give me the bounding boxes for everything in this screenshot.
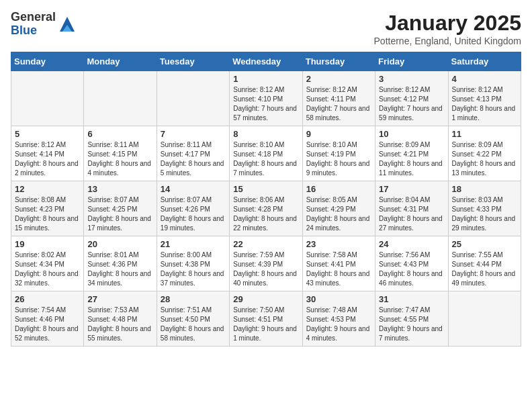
day-number: 25 bbox=[452, 239, 517, 249]
calendar-day-cell: 15Sunrise: 8:06 AM Sunset: 4:28 PM Dayli… bbox=[230, 181, 302, 236]
calendar-day-cell: 2Sunrise: 8:12 AM Sunset: 4:11 PM Daylig… bbox=[302, 71, 375, 126]
day-info: Sunrise: 7:56 AM Sunset: 4:43 PM Dayligh… bbox=[379, 250, 444, 288]
weekday-header: Friday bbox=[375, 52, 448, 71]
weekday-header: Sunday bbox=[11, 52, 84, 71]
day-number: 2 bbox=[306, 74, 371, 84]
day-number: 22 bbox=[233, 239, 298, 249]
day-number: 15 bbox=[233, 184, 298, 194]
calendar-day-cell: 26Sunrise: 7:54 AM Sunset: 4:46 PM Dayli… bbox=[11, 291, 84, 347]
calendar-day-cell: 7Sunrise: 8:11 AM Sunset: 4:17 PM Daylig… bbox=[157, 126, 229, 181]
day-info: Sunrise: 7:47 AM Sunset: 4:55 PM Dayligh… bbox=[379, 306, 444, 343]
day-info: Sunrise: 8:12 AM Sunset: 4:11 PM Dayligh… bbox=[306, 85, 371, 123]
calendar-day-cell bbox=[11, 71, 84, 126]
day-info: Sunrise: 7:55 AM Sunset: 4:44 PM Dayligh… bbox=[452, 250, 517, 288]
calendar-day-cell: 13Sunrise: 8:07 AM Sunset: 4:25 PM Dayli… bbox=[84, 181, 157, 236]
day-info: Sunrise: 8:05 AM Sunset: 4:29 PM Dayligh… bbox=[306, 195, 371, 233]
title-block: January 2025 Potterne, England, United K… bbox=[374, 11, 521, 46]
day-info: Sunrise: 8:02 AM Sunset: 4:34 PM Dayligh… bbox=[15, 250, 80, 288]
day-number: 30 bbox=[306, 294, 371, 304]
day-info: Sunrise: 7:54 AM Sunset: 4:46 PM Dayligh… bbox=[15, 306, 80, 343]
day-info: Sunrise: 8:10 AM Sunset: 4:19 PM Dayligh… bbox=[306, 140, 371, 178]
calendar-day-cell: 14Sunrise: 8:07 AM Sunset: 4:26 PM Dayli… bbox=[157, 181, 229, 236]
page-header: General Blue January 2025 Potterne, Engl… bbox=[11, 11, 521, 46]
calendar-day-cell: 1Sunrise: 8:12 AM Sunset: 4:10 PM Daylig… bbox=[230, 71, 302, 126]
calendar-day-cell: 27Sunrise: 7:53 AM Sunset: 4:48 PM Dayli… bbox=[84, 291, 157, 347]
weekday-header: Thursday bbox=[302, 52, 375, 71]
day-info: Sunrise: 8:03 AM Sunset: 4:33 PM Dayligh… bbox=[452, 195, 517, 233]
calendar-day-cell: 29Sunrise: 7:50 AM Sunset: 4:51 PM Dayli… bbox=[230, 291, 302, 347]
calendar-day-cell: 21Sunrise: 8:00 AM Sunset: 4:38 PM Dayli… bbox=[157, 236, 229, 291]
weekday-header: Tuesday bbox=[157, 52, 229, 71]
day-number: 31 bbox=[379, 294, 444, 304]
weekday-header: Monday bbox=[84, 52, 157, 71]
day-number: 24 bbox=[379, 239, 444, 249]
calendar-day-cell: 12Sunrise: 8:08 AM Sunset: 4:23 PM Dayli… bbox=[11, 181, 84, 236]
day-info: Sunrise: 7:48 AM Sunset: 4:53 PM Dayligh… bbox=[306, 306, 371, 343]
day-number: 12 bbox=[15, 184, 80, 194]
day-info: Sunrise: 8:12 AM Sunset: 4:14 PM Dayligh… bbox=[15, 140, 80, 178]
calendar-day-cell: 31Sunrise: 7:47 AM Sunset: 4:55 PM Dayli… bbox=[375, 291, 448, 347]
calendar-day-cell: 6Sunrise: 8:11 AM Sunset: 4:15 PM Daylig… bbox=[84, 126, 157, 181]
day-info: Sunrise: 8:09 AM Sunset: 4:22 PM Dayligh… bbox=[452, 140, 517, 178]
calendar-day-cell: 8Sunrise: 8:10 AM Sunset: 4:18 PM Daylig… bbox=[230, 126, 302, 181]
day-info: Sunrise: 8:12 AM Sunset: 4:12 PM Dayligh… bbox=[379, 85, 444, 123]
day-number: 13 bbox=[87, 184, 152, 194]
calendar-day-cell: 10Sunrise: 8:09 AM Sunset: 4:21 PM Dayli… bbox=[375, 126, 448, 181]
day-number: 27 bbox=[87, 294, 152, 304]
calendar-day-cell bbox=[84, 71, 157, 126]
calendar-day-cell: 19Sunrise: 8:02 AM Sunset: 4:34 PM Dayli… bbox=[11, 236, 84, 291]
day-number: 1 bbox=[233, 74, 298, 84]
day-number: 6 bbox=[87, 129, 152, 139]
day-number: 29 bbox=[233, 294, 298, 304]
day-info: Sunrise: 7:51 AM Sunset: 4:50 PM Dayligh… bbox=[161, 306, 226, 343]
day-number: 8 bbox=[233, 129, 298, 139]
day-number: 10 bbox=[379, 129, 444, 139]
day-info: Sunrise: 8:08 AM Sunset: 4:23 PM Dayligh… bbox=[15, 195, 80, 233]
day-number: 26 bbox=[15, 294, 80, 304]
day-number: 4 bbox=[452, 74, 517, 84]
logo-icon bbox=[57, 14, 77, 34]
day-number: 5 bbox=[15, 129, 80, 139]
day-info: Sunrise: 8:09 AM Sunset: 4:21 PM Dayligh… bbox=[379, 140, 444, 178]
logo-general: General bbox=[11, 10, 56, 24]
weekday-header: Saturday bbox=[448, 52, 521, 71]
day-info: Sunrise: 8:12 AM Sunset: 4:13 PM Dayligh… bbox=[452, 85, 517, 123]
calendar-day-cell: 24Sunrise: 7:56 AM Sunset: 4:43 PM Dayli… bbox=[375, 236, 448, 291]
calendar-day-cell: 23Sunrise: 7:58 AM Sunset: 4:41 PM Dayli… bbox=[302, 236, 375, 291]
day-number: 14 bbox=[161, 184, 226, 194]
day-number: 3 bbox=[379, 74, 444, 84]
day-number: 9 bbox=[306, 129, 371, 139]
day-info: Sunrise: 7:58 AM Sunset: 4:41 PM Dayligh… bbox=[306, 250, 371, 288]
calendar-week-row: 26Sunrise: 7:54 AM Sunset: 4:46 PM Dayli… bbox=[11, 291, 521, 347]
calendar-week-row: 12Sunrise: 8:08 AM Sunset: 4:23 PM Dayli… bbox=[11, 181, 521, 236]
calendar-day-cell: 5Sunrise: 8:12 AM Sunset: 4:14 PM Daylig… bbox=[11, 126, 84, 181]
day-number: 16 bbox=[306, 184, 371, 194]
calendar-day-cell bbox=[448, 291, 521, 347]
logo-blue: Blue bbox=[11, 24, 37, 37]
calendar-day-cell: 30Sunrise: 7:48 AM Sunset: 4:53 PM Dayli… bbox=[302, 291, 375, 347]
day-number: 18 bbox=[452, 184, 517, 194]
weekday-header: Wednesday bbox=[230, 52, 302, 71]
calendar-day-cell: 11Sunrise: 8:09 AM Sunset: 4:22 PM Dayli… bbox=[448, 126, 521, 181]
calendar-day-cell: 22Sunrise: 7:59 AM Sunset: 4:39 PM Dayli… bbox=[230, 236, 302, 291]
calendar-day-cell: 25Sunrise: 7:55 AM Sunset: 4:44 PM Dayli… bbox=[448, 236, 521, 291]
day-number: 17 bbox=[379, 184, 444, 194]
day-number: 11 bbox=[452, 129, 517, 139]
day-number: 19 bbox=[15, 239, 80, 249]
calendar-week-row: 19Sunrise: 8:02 AM Sunset: 4:34 PM Dayli… bbox=[11, 236, 521, 291]
day-info: Sunrise: 8:12 AM Sunset: 4:10 PM Dayligh… bbox=[233, 85, 298, 123]
calendar-week-row: 5Sunrise: 8:12 AM Sunset: 4:14 PM Daylig… bbox=[11, 126, 521, 181]
day-number: 7 bbox=[161, 129, 226, 139]
day-info: Sunrise: 8:11 AM Sunset: 4:15 PM Dayligh… bbox=[87, 140, 152, 178]
day-info: Sunrise: 8:10 AM Sunset: 4:18 PM Dayligh… bbox=[233, 140, 298, 178]
day-number: 20 bbox=[87, 239, 152, 249]
calendar-day-cell: 4Sunrise: 8:12 AM Sunset: 4:13 PM Daylig… bbox=[448, 71, 521, 126]
logo: General Blue bbox=[11, 11, 77, 38]
calendar-day-cell: 18Sunrise: 8:03 AM Sunset: 4:33 PM Dayli… bbox=[448, 181, 521, 236]
day-info: Sunrise: 8:07 AM Sunset: 4:25 PM Dayligh… bbox=[87, 195, 152, 233]
calendar-day-cell: 9Sunrise: 8:10 AM Sunset: 4:19 PM Daylig… bbox=[302, 126, 375, 181]
weekday-header-row: SundayMondayTuesdayWednesdayThursdayFrid… bbox=[11, 52, 521, 71]
calendar-day-cell: 20Sunrise: 8:01 AM Sunset: 4:36 PM Dayli… bbox=[84, 236, 157, 291]
calendar-day-cell: 17Sunrise: 8:04 AM Sunset: 4:31 PM Dayli… bbox=[375, 181, 448, 236]
calendar-day-cell bbox=[157, 71, 229, 126]
